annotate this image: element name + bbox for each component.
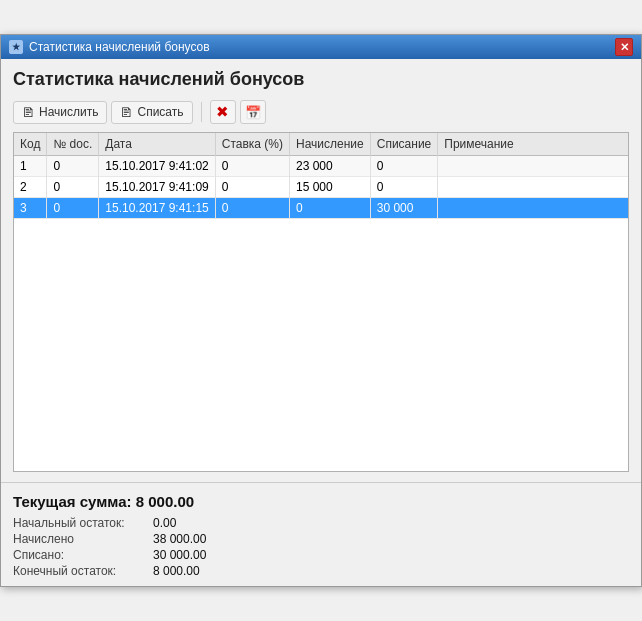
footer-section: Текущая сумма: 8 000.00 Начальный остато…: [1, 482, 641, 586]
col-date: Дата: [99, 133, 215, 156]
table-cell: 30 000: [370, 198, 438, 219]
written-off-value: 30 000.00: [153, 548, 253, 562]
table-cell: [438, 156, 628, 177]
table-cell: 15.10.2017 9:41:02: [99, 156, 215, 177]
header-row: Код № doc. Дата Ставка (%) Начисление Сп…: [14, 133, 628, 156]
col-rate: Ставка (%): [215, 133, 289, 156]
table-cell: 0: [370, 177, 438, 198]
main-window: ★ Статистика начислений бонусов ✕ Статис…: [0, 34, 642, 587]
page-title: Статистика начислений бонусов: [13, 69, 629, 90]
accrue-label: Начислить: [39, 105, 98, 119]
table-cell: 0: [215, 198, 289, 219]
table-cell: 23 000: [290, 156, 371, 177]
table-cell: 0: [370, 156, 438, 177]
title-bar-left: ★ Статистика начислений бонусов: [9, 40, 210, 54]
accrue-button[interactable]: 🖹 Начислить: [13, 101, 107, 124]
table-cell: [438, 198, 628, 219]
table-cell: 0: [47, 198, 99, 219]
table-cell: 0: [215, 177, 289, 198]
table-cell: 15.10.2017 9:41:15: [99, 198, 215, 219]
table-cell: 15.10.2017 9:41:09: [99, 177, 215, 198]
table-row[interactable]: 3015.10.2017 9:41:150030 000: [14, 198, 628, 219]
current-sum-label: Текущая сумма:: [13, 493, 132, 510]
written-off-label: Списано:: [13, 548, 153, 562]
calendar-icon: 📅: [245, 105, 261, 120]
table-row[interactable]: 1015.10.2017 9:41:02023 0000: [14, 156, 628, 177]
col-writeoff: Списание: [370, 133, 438, 156]
write-off-icon: 🖹: [120, 105, 133, 120]
delete-button[interactable]: ✖: [210, 100, 236, 124]
table-cell: 0: [290, 198, 371, 219]
col-accrual: Начисление: [290, 133, 371, 156]
initial-balance-value: 0.00: [153, 516, 253, 530]
table-body: 1015.10.2017 9:41:02023 00002015.10.2017…: [14, 156, 628, 219]
write-off-button[interactable]: 🖹 Списать: [111, 101, 192, 124]
final-balance-value: 8 000.00: [153, 564, 253, 578]
col-doc: № doc.: [47, 133, 99, 156]
table-cell: 15 000: [290, 177, 371, 198]
table-cell: 1: [14, 156, 47, 177]
col-note: Примечание: [438, 133, 628, 156]
table-cell: 3: [14, 198, 47, 219]
table-header: Код № doc. Дата Ставка (%) Начисление Сп…: [14, 133, 628, 156]
accrued-value: 38 000.00: [153, 532, 253, 546]
table-cell: 0: [215, 156, 289, 177]
table-cell: 0: [47, 177, 99, 198]
initial-balance-label: Начальный остаток:: [13, 516, 153, 530]
calendar-button[interactable]: 📅: [240, 100, 266, 124]
accrue-icon: 🖹: [22, 105, 35, 120]
delete-icon: ✖: [216, 103, 229, 121]
write-off-label: Списать: [137, 105, 183, 119]
title-bar: ★ Статистика начислений бонусов ✕: [1, 35, 641, 59]
table-cell: [438, 177, 628, 198]
toolbar: 🖹 Начислить 🖹 Списать ✖ 📅: [13, 100, 629, 124]
final-balance-label: Конечный остаток:: [13, 564, 153, 578]
accrued-label: Начислено: [13, 532, 153, 546]
current-sum-row: Текущая сумма: 8 000.00: [13, 493, 629, 510]
window-icon: ★: [9, 40, 23, 54]
col-kod: Код: [14, 133, 47, 156]
table-cell: 2: [14, 177, 47, 198]
stats-grid: Начальный остаток: 0.00 Начислено 38 000…: [13, 516, 629, 578]
table-container: Код № doc. Дата Ставка (%) Начисление Сп…: [13, 132, 629, 472]
table-cell: 0: [47, 156, 99, 177]
table-row[interactable]: 2015.10.2017 9:41:09015 0000: [14, 177, 628, 198]
current-sum-value: 8 000.00: [136, 493, 194, 510]
title-bar-text: Статистика начислений бонусов: [29, 40, 210, 54]
window-body: Статистика начислений бонусов 🖹 Начислит…: [1, 59, 641, 482]
toolbar-separator: [201, 102, 202, 122]
data-table: Код № doc. Дата Ставка (%) Начисление Сп…: [14, 133, 628, 219]
close-button[interactable]: ✕: [615, 38, 633, 56]
